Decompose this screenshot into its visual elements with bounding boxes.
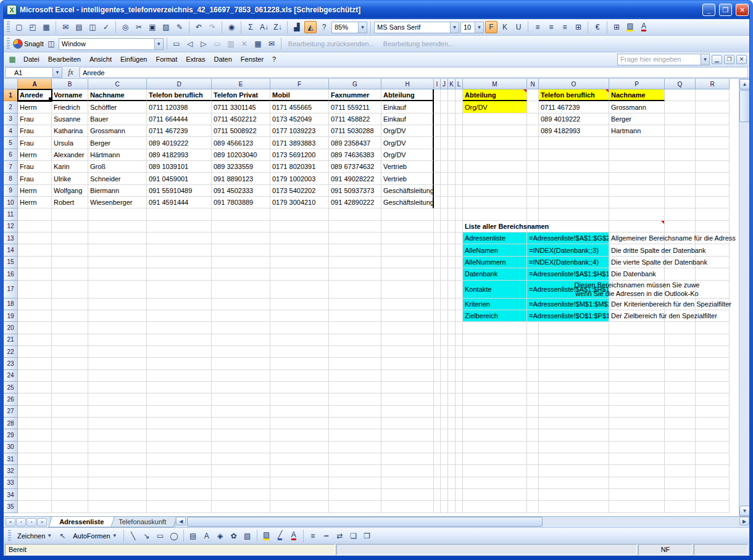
cell-K33[interactable] (448, 477, 456, 489)
cell-I28[interactable] (434, 418, 441, 429)
cell-A14[interactable] (18, 244, 52, 256)
cell-D5[interactable]: 089 4019222 (147, 137, 212, 149)
question-box[interactable]: Frage hier eingeben ▼ (617, 54, 710, 65)
cell-C10[interactable]: Wiesenberger (88, 197, 147, 208)
cell-C30[interactable] (88, 442, 147, 453)
cell-K31[interactable] (448, 453, 456, 465)
draw-menu-button[interactable]: Zeichnen▼ (14, 531, 55, 541)
cell-K29[interactable] (448, 429, 456, 441)
update-file-icon[interactable]: ▦ (252, 38, 264, 50)
cell-A18[interactable] (18, 299, 52, 310)
open-icon[interactable]: ◰ (27, 21, 39, 33)
cell-C1[interactable]: Nachname (88, 89, 147, 101)
cell-A30[interactable] (18, 442, 52, 453)
cell-F1[interactable]: Mobil (270, 89, 329, 101)
zoom-combo[interactable]: 85%▼ (331, 22, 367, 33)
cell-L13[interactable] (456, 233, 463, 244)
cell-I31[interactable] (434, 453, 441, 465)
cell-D13[interactable] (147, 233, 212, 244)
previous-comment-icon[interactable]: ◁ (184, 38, 196, 50)
cell-G27[interactable] (329, 406, 381, 418)
row-header-17[interactable]: 17 (4, 281, 18, 299)
cell-F28[interactable] (270, 418, 329, 429)
cell-D28[interactable] (147, 418, 212, 429)
row-header-34[interactable]: 34 (4, 489, 18, 501)
cell-I1[interactable] (434, 89, 441, 101)
cell-R31[interactable] (696, 453, 730, 465)
cell-H15[interactable] (381, 257, 434, 268)
col-header-R[interactable]: R (696, 79, 730, 89)
cell-O22[interactable] (539, 346, 609, 358)
cell-H28[interactable] (381, 418, 434, 429)
cell-B1[interactable]: Vorname (52, 89, 88, 101)
row-header-6[interactable]: 6 (4, 149, 18, 161)
cell-R29[interactable] (696, 429, 730, 441)
cell-N6[interactable] (527, 149, 539, 161)
cell-L17[interactable] (456, 281, 463, 299)
cell-B30[interactable] (52, 442, 88, 453)
row-header-1[interactable]: 1 (4, 89, 18, 101)
cell-Q12[interactable] (665, 221, 696, 233)
dash-style-icon[interactable]: ┅ (320, 530, 333, 542)
maximize-button[interactable]: ❐ (719, 4, 732, 16)
cell-B4[interactable]: Katharina (52, 125, 88, 137)
cell-N14[interactable]: =INDEX(Datenbank;;3) (527, 244, 609, 256)
cell-C32[interactable] (88, 465, 147, 477)
cell-D35[interactable] (147, 501, 212, 513)
cell-H21[interactable] (381, 334, 434, 346)
cell-K22[interactable] (448, 346, 456, 358)
select-objects-icon[interactable]: ↖ (56, 530, 69, 542)
cell-L22[interactable] (456, 346, 463, 358)
first-sheet-icon[interactable]: « (6, 518, 15, 527)
cell-D22[interactable] (147, 346, 212, 358)
cell-J4[interactable] (441, 125, 448, 137)
cell-I30[interactable] (434, 442, 441, 453)
vertical-scrollbar[interactable]: ▲ ▼ (739, 79, 749, 516)
cell-Q28[interactable] (665, 418, 696, 429)
cell-D20[interactable] (147, 322, 212, 334)
cell-M7[interactable] (463, 161, 527, 173)
cell-I13[interactable] (434, 233, 441, 244)
cell-C27[interactable] (88, 406, 147, 418)
cell-D26[interactable] (147, 393, 212, 405)
cell-G18[interactable] (329, 299, 381, 310)
cell-L4[interactable] (456, 125, 463, 137)
cell-J9[interactable] (441, 185, 448, 197)
cell-A22[interactable] (18, 346, 52, 358)
cell-G22[interactable] (329, 346, 381, 358)
cell-B28[interactable] (52, 418, 88, 429)
cell-C23[interactable] (88, 358, 147, 369)
cell-G30[interactable] (329, 442, 381, 453)
cell-J15[interactable] (441, 257, 448, 268)
cell-D32[interactable] (147, 465, 212, 477)
cell-G15[interactable] (329, 257, 381, 268)
row-header-9[interactable]: 9 (4, 185, 18, 197)
cell-M3[interactable] (463, 113, 527, 125)
cell-L2[interactable] (456, 101, 463, 113)
cell-B6[interactable]: Alexander (52, 149, 88, 161)
cell-F32[interactable] (270, 465, 329, 477)
cell-K5[interactable] (448, 137, 456, 149)
cell-A19[interactable] (18, 310, 52, 322)
cell-Q23[interactable] (665, 358, 696, 369)
cell-I5[interactable] (434, 137, 441, 149)
cell-A15[interactable] (18, 257, 52, 268)
cell-E30[interactable] (212, 442, 270, 453)
cell-D16[interactable] (147, 268, 212, 280)
cell-K10[interactable] (448, 197, 456, 208)
cell-H1[interactable]: Abteilung (381, 89, 434, 101)
cell-M6[interactable] (463, 149, 527, 161)
cell-A23[interactable] (18, 358, 52, 369)
cell-J14[interactable] (441, 244, 448, 256)
cell-H27[interactable] (381, 406, 434, 418)
snagit-capture-icon[interactable]: ◫ (45, 38, 57, 50)
workbook-minimize-button[interactable]: ▁ (712, 55, 722, 64)
cell-E3[interactable]: 0711 4502212 (212, 113, 270, 125)
cell-P32[interactable] (609, 465, 665, 477)
cell-B5[interactable]: Ursula (52, 137, 88, 149)
cell-A27[interactable] (18, 406, 52, 418)
cell-J23[interactable] (441, 358, 448, 369)
cell-G3[interactable]: 0711 458822 (329, 113, 381, 125)
cell-C18[interactable] (88, 299, 147, 310)
insert-hyperlink-icon[interactable]: ◉ (225, 21, 238, 33)
